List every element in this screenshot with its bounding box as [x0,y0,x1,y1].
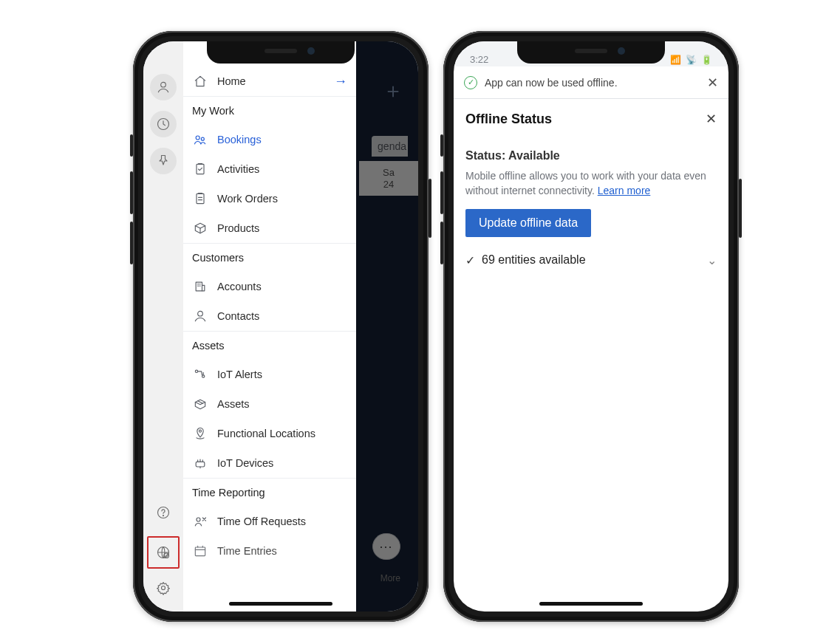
phone-notch [517,41,665,64]
menu-item-bookings[interactable]: Bookings [183,125,356,154]
success-icon: ✓ [464,76,477,89]
svg-point-7 [196,136,199,140]
menu-item-label: Accounts [217,281,262,292]
menu-item-label: Contacts [217,310,259,322]
menu-item-label: Functional Locations [217,428,315,439]
svg-point-6 [162,586,165,590]
signal-icon: 📶 [670,55,681,65]
menu-item-assets[interactable]: Assets [183,389,356,419]
svg-point-17 [197,518,200,521]
menu-item-label: Activities [217,163,259,175]
menu-item-label: Time Off Requests [217,515,306,527]
rail-recent-button[interactable] [150,111,177,137]
svg-rect-11 [196,282,202,291]
svg-point-15 [199,430,202,432]
phone-side-button [440,134,443,157]
phone-side-button [429,179,431,238]
menu-item-label: IoT Alerts [217,369,262,380]
nav-drawer: Home → My Work Bookings Act [143,41,356,612]
phone-frame-left: ＋ genda Sa 24 ⋯ More [133,31,429,622]
pane-close-button[interactable]: ✕ [706,111,717,127]
svg-rect-10 [197,193,204,203]
description-text: Mobile offline allows you to work with y… [465,170,706,196]
menu-item-contacts[interactable]: Contacts [183,301,356,331]
phone-side-button [130,134,133,157]
menu-item-time-entries[interactable]: Time Entries [183,536,356,566]
menu-item-accounts[interactable]: Accounts [183,272,356,301]
pane-title: Offline Status [465,112,552,127]
time-off-icon [192,513,208,530]
nav-rail [143,41,183,612]
phone-notch [207,41,355,64]
home-indicator[interactable] [539,602,643,606]
offline-description: Mobile offline allows you to work with y… [465,168,717,199]
rail-offline-button[interactable] [150,539,177,566]
home-indicator[interactable] [229,602,332,606]
offline-highlight [147,536,180,569]
svg-point-0 [161,82,166,87]
toast-close-button[interactable]: ✕ [707,75,718,91]
people-icon [192,131,208,148]
svg-rect-16 [196,462,205,467]
svg-rect-9 [197,164,204,174]
menu-item-label: Assets [217,398,250,410]
menu-section-my-work: My Work [183,96,356,125]
menu-section-customers: Customers [183,243,356,272]
offline-toast: ✓ App can now be used offline. ✕ [454,66,728,99]
device-icon [192,455,208,471]
menu-section-time-reporting: Time Reporting [183,478,356,507]
box-open-icon [192,396,208,412]
nav-menu: Home → My Work Bookings Act [183,41,356,612]
box-icon [192,220,208,236]
menu-item-activities[interactable]: Activities [183,154,356,184]
battery-icon: 🔋 [701,55,712,65]
pin-icon [156,154,171,168]
svg-point-3 [163,515,164,516]
menu-item-time-off-requests[interactable]: Time Off Requests [183,507,356,536]
entities-label: 69 entities available [482,253,586,267]
menu-item-products[interactable]: Products [183,213,356,243]
entities-row[interactable]: ✓ 69 entities available ⌄ [465,253,717,267]
status-value: Available [508,149,560,162]
menu-item-label: Work Orders [217,193,278,205]
menu-item-home[interactable]: Home → [183,66,356,96]
toast-message: App can now be used offline. [485,77,618,89]
person-icon [192,308,208,324]
menu-section-assets: Assets [183,331,356,360]
building-icon [192,278,208,295]
status-label: Status: [465,149,505,162]
wifi-icon: 📡 [686,55,697,65]
status-time: 3:22 [470,54,488,65]
clipboard-check-icon [192,161,208,177]
phone-side-button [440,222,443,264]
arrow-right-icon: → [334,74,347,89]
menu-item-work-orders[interactable]: Work Orders [183,184,356,213]
offline-status-body: Status: Available Mobile offline allows … [454,134,728,272]
rail-profile-button[interactable] [150,74,177,100]
menu-item-label: IoT Devices [217,457,273,469]
home-icon [192,73,208,89]
rail-pin-button[interactable] [150,148,177,174]
rail-help-button[interactable] [150,499,177,526]
globe-icon [156,545,171,560]
status-line: Status: Available [465,149,717,162]
menu-item-functional-locations[interactable]: Functional Locations [183,419,356,448]
menu-item-iot-alerts[interactable]: IoT Alerts [183,360,356,389]
phone-side-button [130,222,133,264]
menu-item-label: Time Entries [217,545,277,557]
menu-item-iot-devices[interactable]: IoT Devices [183,448,356,478]
phone-side-button [130,171,133,214]
gear-icon [156,580,171,595]
svg-point-8 [201,137,204,140]
svg-point-12 [198,311,203,316]
offline-status-header: Offline Status ✕ [454,99,728,134]
check-icon: ✓ [465,253,482,267]
phone-frame-right: 3:22 📶 📡 🔋 ✓ App can now be used offline… [443,31,739,622]
location-icon [192,425,208,442]
learn-more-link[interactable]: Learn more [598,185,651,196]
update-offline-data-button[interactable]: Update offline data [465,209,591,237]
alert-icon [192,366,208,383]
rail-settings-button[interactable] [150,575,177,601]
help-icon [156,505,171,520]
menu-item-label: Bookings [217,134,262,145]
